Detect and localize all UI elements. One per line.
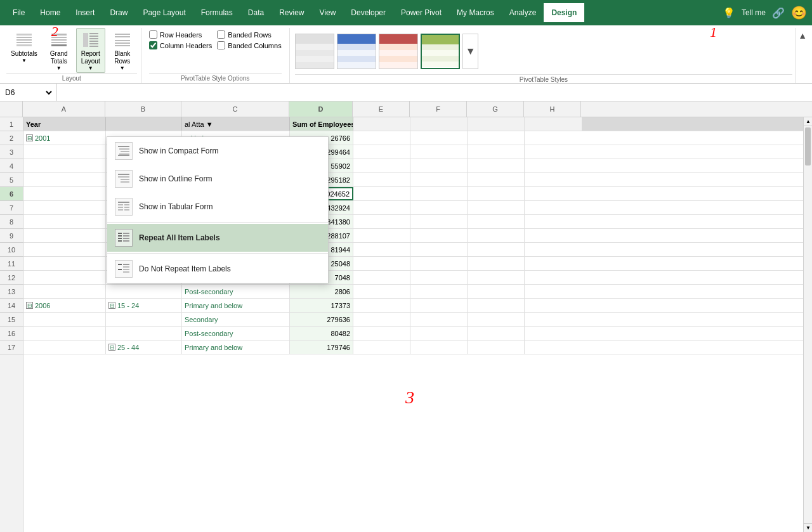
- cell-16d[interactable]: 80482: [290, 327, 353, 340]
- cell-6h[interactable]: [525, 187, 582, 200]
- cell-1e[interactable]: [353, 117, 410, 131]
- cell-15e[interactable]: [353, 313, 410, 326]
- pivot-style-1[interactable]: [295, 34, 334, 69]
- analyze-tab[interactable]: Analyze: [502, 3, 544, 22]
- row-header-15[interactable]: 15: [0, 313, 23, 327]
- cell-9f[interactable]: [410, 229, 468, 242]
- row-header-8[interactable]: 8: [0, 215, 23, 229]
- cell-8e[interactable]: [353, 215, 410, 228]
- review-tab[interactable]: Review: [272, 3, 311, 22]
- cell-12h[interactable]: [525, 271, 582, 284]
- cell-8f[interactable]: [410, 215, 468, 228]
- cell-1b[interactable]: [106, 117, 182, 131]
- cell-2f[interactable]: [410, 131, 468, 145]
- cell-1c[interactable]: al Atta ▼: [182, 117, 290, 131]
- col-header-a[interactable]: A: [23, 101, 105, 117]
- cell-11e[interactable]: [353, 257, 410, 270]
- cell-15d[interactable]: 279636: [290, 313, 353, 326]
- insert-tab[interactable]: Insert: [68, 3, 102, 22]
- collapse-ribbon-button[interactable]: ▲: [796, 28, 809, 83]
- cell-2h[interactable]: [525, 131, 582, 145]
- row-header-5[interactable]: 5: [0, 173, 23, 187]
- cell-11a[interactable]: [23, 257, 106, 270]
- row-header-2[interactable]: 2: [0, 131, 23, 145]
- dropdown-item-tabular[interactable]: Show in Tabular Form: [107, 193, 328, 221]
- cell-7g[interactable]: [468, 201, 525, 214]
- cell-14c[interactable]: Primary and below: [182, 299, 290, 312]
- dropdown-item-compact[interactable]: Show in Compact Form: [107, 137, 328, 165]
- cell-11f[interactable]: [410, 257, 468, 270]
- cell-11h[interactable]: [525, 257, 582, 270]
- cell-8h[interactable]: [525, 215, 582, 228]
- cell-12f[interactable]: [410, 271, 468, 284]
- cell-15a[interactable]: [23, 313, 106, 326]
- scroll-down-button[interactable]: ▼: [804, 523, 812, 532]
- col-header-b[interactable]: B: [105, 101, 181, 117]
- tell-me-label[interactable]: Tell me: [742, 8, 766, 17]
- cell-6e[interactable]: [353, 187, 410, 200]
- dropdown-item-outline[interactable]: Show in Outline Form: [107, 165, 328, 193]
- cell-12g[interactable]: [468, 271, 525, 284]
- cell-5a[interactable]: [23, 173, 106, 186]
- cell-15f[interactable]: [410, 313, 468, 326]
- expand-25-44[interactable]: ⊟: [108, 344, 115, 351]
- pivot-style-3[interactable]: [379, 34, 418, 69]
- cell-14e[interactable]: [353, 299, 410, 312]
- cell-12e[interactable]: [353, 271, 410, 284]
- row-header-4[interactable]: 4: [0, 159, 23, 173]
- cell-4g[interactable]: [468, 159, 525, 172]
- cell-2g[interactable]: [468, 131, 525, 145]
- row-header-12[interactable]: 12: [0, 271, 23, 285]
- cell-3g[interactable]: [468, 145, 525, 159]
- subtotals-button[interactable]: Subtotals ▼: [6, 28, 42, 65]
- cell-14h[interactable]: [525, 299, 582, 312]
- banded-rows-checkbox[interactable]: [217, 30, 225, 39]
- dropdown-item-repeat[interactable]: Repeat All Item Labels 3: [107, 224, 328, 252]
- draw-tab[interactable]: Draw: [102, 3, 135, 22]
- cell-4h[interactable]: [525, 159, 582, 172]
- cell-13h[interactable]: [525, 285, 582, 298]
- column-headers-checkbox-label[interactable]: Column Headers: [149, 41, 213, 49]
- cell-6f[interactable]: [410, 187, 468, 200]
- cell-15h[interactable]: [525, 313, 582, 326]
- cell-17g[interactable]: [468, 341, 525, 354]
- cell-13g[interactable]: [468, 285, 525, 298]
- row-headers-checkbox-label[interactable]: Row Headers: [149, 30, 213, 39]
- cell-13a[interactable]: [23, 285, 106, 298]
- cell-5e[interactable]: [353, 173, 410, 186]
- cell-5f[interactable]: [410, 173, 468, 186]
- scroll-up-button[interactable]: ▲: [804, 117, 812, 126]
- cell-9h[interactable]: [525, 229, 582, 242]
- cell-10h[interactable]: [525, 243, 582, 256]
- col-header-g[interactable]: G: [467, 101, 524, 117]
- row-header-1[interactable]: 1: [0, 117, 23, 131]
- cell-10g[interactable]: [468, 243, 525, 256]
- blank-rows-button[interactable]: Blank Rows ▼: [108, 28, 137, 73]
- row-header-17[interactable]: 17: [0, 341, 23, 354]
- cell-7f[interactable]: [410, 201, 468, 214]
- cell-7h[interactable]: [525, 201, 582, 214]
- banded-rows-checkbox-label[interactable]: Banded Rows: [217, 30, 281, 39]
- cell-9g[interactable]: [468, 229, 525, 242]
- cell-16f[interactable]: [410, 327, 468, 340]
- cell-4f[interactable]: [410, 159, 468, 172]
- cell-16a[interactable]: [23, 327, 106, 340]
- cell-14a[interactable]: ⊟2006: [23, 299, 106, 312]
- cell-15c[interactable]: Secondary: [182, 313, 290, 326]
- data-tab[interactable]: Data: [240, 3, 272, 22]
- cell-16e[interactable]: [353, 327, 410, 340]
- col-header-e[interactable]: E: [353, 101, 410, 117]
- cell-5g[interactable]: [468, 173, 525, 186]
- cell-5h[interactable]: [525, 173, 582, 186]
- cell-10f[interactable]: [410, 243, 468, 256]
- cell-6g[interactable]: [468, 187, 525, 200]
- col-header-h[interactable]: H: [524, 101, 581, 117]
- pivot-styles-expand-button[interactable]: ▼: [462, 34, 479, 69]
- cell-13e[interactable]: [353, 285, 410, 298]
- dropdown-item-no-repeat[interactable]: Do Not Repeat Item Labels: [107, 255, 328, 283]
- cell-17c[interactable]: Primary and below: [182, 341, 290, 354]
- expand-2006[interactable]: ⊟: [26, 302, 33, 309]
- cell-7a[interactable]: [23, 201, 106, 214]
- cell-11g[interactable]: [468, 257, 525, 270]
- col-header-f[interactable]: F: [410, 101, 467, 117]
